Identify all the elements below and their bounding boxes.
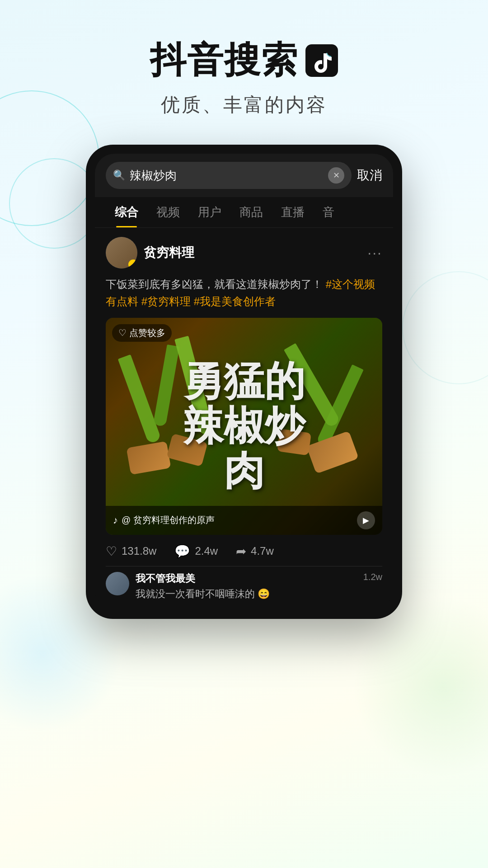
hashtag-2[interactable]: #贫穷料理 [141,295,191,307]
tab-comprehensive[interactable]: 综合 [106,197,147,227]
post-header: ✓ 贫穷料理 ··· [106,237,382,269]
tab-user[interactable]: 用户 [189,197,230,227]
post-desc-text: 下饭菜到底有多凶猛，就看这道辣椒炒肉了！ [106,278,323,290]
avatar[interactable]: ✓ [106,237,137,269]
user-info: ✓ 贫穷料理 [106,237,194,269]
calligraphy-title: 勇猛的辣椒炒肉 [183,359,305,493]
tiktok-logo-icon [305,44,338,77]
video-like-badge: ♡ 点赞较多 [112,324,172,342]
shares-count: 4.7w [251,545,274,557]
comment-icon: 💬 [174,544,190,559]
phone-frame: 🔍 辣椒炒肉 ✕ 取消 综合 视频 用户 [86,145,402,619]
clear-button[interactable]: ✕ [328,167,344,184]
commenter-username: 我不管我最美 [136,572,357,585]
content-area: ✓ 贫穷料理 ··· 下饭菜到底有多凶猛，就看这道辣椒炒肉了！ #这个视频有点料… [95,228,393,610]
commenter-avatar [106,572,129,595]
like-badge-text: 点赞较多 [129,327,165,339]
search-icon: 🔍 [113,170,125,181]
comment-text-area: 我不管我最美 我就没一次看时不咽唾沫的 😄 [136,572,357,601]
subtitle: 优质、丰富的内容 [0,92,488,118]
clear-icon: ✕ [333,170,340,180]
search-input-container[interactable]: 🔍 辣椒炒肉 ✕ [106,162,352,189]
video-container[interactable]: ♡ 点赞较多 [106,318,382,535]
audio-bar: ♪ @ 贫穷料理创作的原声 ▶ [106,506,382,535]
play-button[interactable]: ▶ [357,511,375,529]
shares-interaction[interactable]: ➦ 4.7w [236,544,274,559]
tiktok-audio-icon: ♪ [113,514,118,526]
tab-live[interactable]: 直播 [272,197,314,227]
play-icon: ▶ [363,515,369,525]
heart-small-icon: ♡ [118,327,127,338]
comment-likes: 1.2w [363,572,382,582]
verified-badge: ✓ [128,259,137,269]
interaction-bar: ♡ 131.8w 💬 2.4w ➦ 4.7w [106,535,382,566]
more-button[interactable]: ··· [367,245,382,261]
audio-info: ♪ @ 贫穷料理创作的原声 [113,514,215,526]
comments-interaction[interactable]: 💬 2.4w [174,544,218,559]
comment-body: 我就没一次看时不咽唾沫的 😄 [136,587,357,601]
hashtag-3[interactable]: #我是美食创作者 [194,295,276,307]
share-icon: ➦ [236,544,246,559]
video-text-overlay: 勇猛的辣椒炒肉 [106,318,382,535]
bg-blob-1 [352,597,488,778]
username[interactable]: 贫穷料理 [144,244,194,261]
main-title-text: 抖音搜索 [150,36,298,85]
cancel-button[interactable]: 取消 [357,167,382,184]
tab-music[interactable]: 音 [314,197,343,227]
comment-preview: 我不管我最美 我就没一次看时不咽唾沫的 😄 1.2w [106,566,382,601]
tabs-row: 综合 视频 用户 商品 直播 音 [95,197,393,228]
likes-interaction[interactable]: ♡ 131.8w [106,544,156,559]
comments-count: 2.4w [195,545,218,557]
video-content: 勇猛的辣椒炒肉 [106,318,382,535]
audio-text: @ 贫穷料理创作的原声 [122,514,215,526]
tab-video[interactable]: 视频 [147,197,189,227]
search-bar-area: 🔍 辣椒炒肉 ✕ 取消 [95,154,393,197]
header-section: 抖音搜索 优质、丰富的内容 [0,0,488,136]
phone-inner: 🔍 辣椒炒肉 ✕ 取消 综合 视频 用户 [95,154,393,610]
main-title: 抖音搜索 [0,36,488,85]
likes-count: 131.8w [122,545,156,557]
phone-wrapper: 🔍 辣椒炒肉 ✕ 取消 综合 视频 用户 [0,145,488,619]
tab-product[interactable]: 商品 [230,197,272,227]
heart-icon: ♡ [106,544,117,559]
search-query-text: 辣椒炒肉 [130,168,324,184]
post-description: 下饭菜到底有多凶猛，就看这道辣椒炒肉了！ #这个视频有点料 #贫穷料理 #我是美… [106,276,382,311]
